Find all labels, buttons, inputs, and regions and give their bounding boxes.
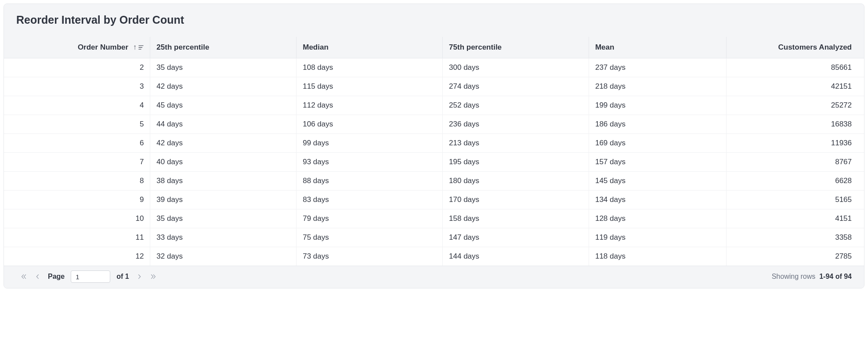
table-row[interactable]: 1035 days79 days158 days128 days4151 <box>4 209 864 228</box>
col-header-median[interactable]: Median <box>297 37 443 58</box>
cell-mean: 237 days <box>589 58 726 77</box>
cell-order-number: 9 <box>4 191 150 209</box>
cell-median: 106 days <box>297 115 443 134</box>
col-header-label: Mean <box>595 43 614 51</box>
cell-median: 99 days <box>297 134 443 153</box>
col-header-p75[interactable]: 75th percentile <box>443 37 589 58</box>
cell-p75: 158 days <box>443 209 589 228</box>
cell-customers: 6628 <box>727 172 864 191</box>
cell-mean: 186 days <box>589 115 726 134</box>
row-status: Showing rows 1-94 of 94 <box>772 273 852 281</box>
cell-order-number: 8 <box>4 172 150 191</box>
cell-mean: 119 days <box>589 228 726 247</box>
table-row[interactable]: 445 days112 days252 days199 days25272 <box>4 96 864 115</box>
chevron-double-right-icon <box>150 274 156 280</box>
cell-mean: 199 days <box>589 96 726 115</box>
table-wrapper: Order Number ↑ 25th percentile Median 75… <box>4 37 864 266</box>
cell-median: 83 days <box>297 191 443 209</box>
page-label: Page <box>48 273 65 281</box>
cell-order-number: 4 <box>4 96 150 115</box>
panel-title: Reorder Interval by Order Count <box>16 14 852 26</box>
pagination: Page of 1 <box>20 270 157 283</box>
cell-order-number: 2 <box>4 58 150 77</box>
cell-customers: 4151 <box>727 209 864 228</box>
cell-p75: 180 days <box>443 172 589 191</box>
cell-p75: 252 days <box>443 96 589 115</box>
chevron-double-left-icon <box>21 274 27 280</box>
table-row[interactable]: 939 days83 days170 days134 days5165 <box>4 191 864 209</box>
cell-customers: 25272 <box>727 96 864 115</box>
cell-order-number: 11 <box>4 228 150 247</box>
cell-p25: 38 days <box>150 172 297 191</box>
cell-mean: 169 days <box>589 134 726 153</box>
cell-customers: 11936 <box>727 134 864 153</box>
showing-label: Showing rows <box>772 273 816 280</box>
sort-asc-icon: ↑ <box>133 43 137 52</box>
next-page-button[interactable] <box>135 273 143 281</box>
cell-mean: 118 days <box>589 247 726 266</box>
cell-p25: 35 days <box>150 58 297 77</box>
table-row[interactable]: 544 days106 days236 days186 days16838 <box>4 115 864 134</box>
sort-indicator: ↑ <box>133 43 144 52</box>
cell-p75: 144 days <box>443 247 589 266</box>
col-header-mean[interactable]: Mean <box>589 37 726 58</box>
cell-p25: 42 days <box>150 77 297 96</box>
cell-p25: 44 days <box>150 115 297 134</box>
col-header-label: 25th percentile <box>156 43 209 51</box>
cell-median: 73 days <box>297 247 443 266</box>
col-header-label: 75th percentile <box>449 43 502 51</box>
cell-customers: 8767 <box>727 153 864 172</box>
cell-median: 115 days <box>297 77 443 96</box>
cell-mean: 218 days <box>589 77 726 96</box>
prev-page-button[interactable] <box>34 273 42 281</box>
cell-mean: 128 days <box>589 209 726 228</box>
cell-customers: 16838 <box>727 115 864 134</box>
cell-order-number: 3 <box>4 77 150 96</box>
col-header-label: Customers Analyzed <box>778 43 852 51</box>
cell-order-number: 5 <box>4 115 150 134</box>
cell-order-number: 12 <box>4 247 150 266</box>
page-of-label: of 1 <box>116 273 129 281</box>
cell-p75: 236 days <box>443 115 589 134</box>
cell-p25: 40 days <box>150 153 297 172</box>
cell-p25: 33 days <box>150 228 297 247</box>
cell-order-number: 10 <box>4 209 150 228</box>
cell-median: 79 days <box>297 209 443 228</box>
cell-customers: 3358 <box>727 228 864 247</box>
cell-median: 75 days <box>297 228 443 247</box>
cell-p75: 300 days <box>443 58 589 77</box>
table-row[interactable]: 1232 days73 days144 days118 days2785 <box>4 247 864 266</box>
page-input[interactable] <box>71 270 110 283</box>
chevron-left-icon <box>35 274 41 280</box>
cell-customers: 2785 <box>727 247 864 266</box>
cell-p25: 45 days <box>150 96 297 115</box>
menu-icon <box>138 45 144 50</box>
report-panel: Reorder Interval by Order Count Order Nu… <box>4 4 864 288</box>
table-row[interactable]: 642 days99 days213 days169 days11936 <box>4 134 864 153</box>
cell-p25: 35 days <box>150 209 297 228</box>
cell-median: 88 days <box>297 172 443 191</box>
cell-customers: 42151 <box>727 77 864 96</box>
cell-p75: 195 days <box>443 153 589 172</box>
table-row[interactable]: 235 days108 days300 days237 days85661 <box>4 58 864 77</box>
chevron-right-icon <box>136 274 142 280</box>
table-row[interactable]: 838 days88 days180 days145 days6628 <box>4 172 864 191</box>
col-header-p25[interactable]: 25th percentile <box>150 37 297 58</box>
cell-customers: 5165 <box>727 191 864 209</box>
first-page-button[interactable] <box>20 273 28 281</box>
last-page-button[interactable] <box>149 273 157 281</box>
col-header-customers[interactable]: Customers Analyzed <box>727 37 864 58</box>
cell-mean: 157 days <box>589 153 726 172</box>
table-row[interactable]: 1133 days75 days147 days119 days3358 <box>4 228 864 247</box>
table-footer: Page of 1 Showing rows 1-94 of 94 <box>4 266 864 288</box>
table-row[interactable]: 342 days115 days274 days218 days42151 <box>4 77 864 96</box>
cell-p75: 274 days <box>443 77 589 96</box>
col-header-order-number[interactable]: Order Number ↑ <box>4 37 150 58</box>
cell-mean: 145 days <box>589 172 726 191</box>
col-header-label: Median <box>303 43 329 51</box>
cell-p25: 39 days <box>150 191 297 209</box>
panel-header: Reorder Interval by Order Count <box>4 4 864 37</box>
table-row[interactable]: 740 days93 days195 days157 days8767 <box>4 153 864 172</box>
cell-median: 93 days <box>297 153 443 172</box>
cell-customers: 85661 <box>727 58 864 77</box>
